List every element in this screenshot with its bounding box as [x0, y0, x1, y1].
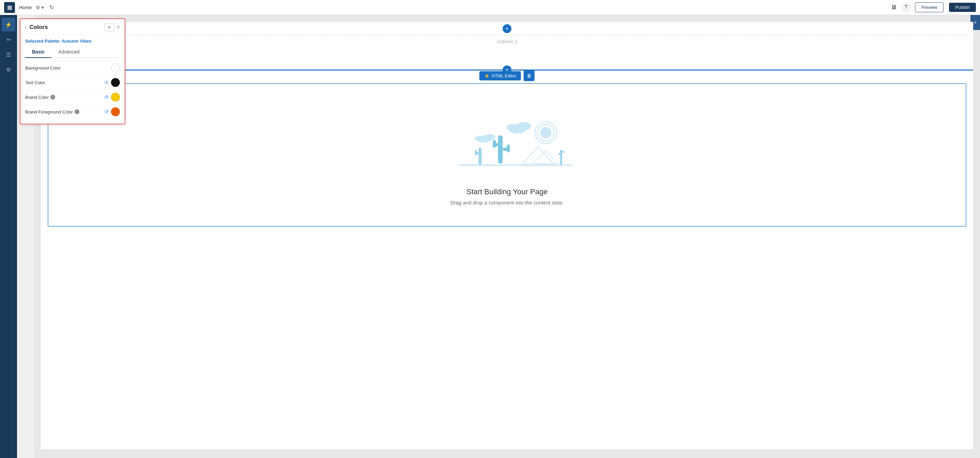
start-building-title: Start Building Your Page [466, 187, 548, 196]
panel-title: Colors [30, 24, 105, 31]
brand-foreground-color-swatch[interactable] [111, 107, 120, 116]
palette-name: Autumn Vibes [62, 38, 92, 44]
app-logo: ▦ [4, 2, 15, 13]
brand-foreground-color-reset[interactable]: ↺ [104, 109, 108, 115]
sidebar-icons: ⚡ ✏ ☰ ⚙ [0, 15, 17, 458]
tab-basic[interactable]: Basic [25, 46, 51, 58]
svg-point-4 [517, 122, 531, 130]
svg-rect-19 [562, 151, 564, 153]
refresh-button[interactable]: ↻ [49, 4, 54, 11]
chevron-down-icon: ▾ [108, 25, 110, 30]
tab-advanced[interactable]: Advanced [51, 46, 86, 58]
brand-color-label: Brand Color i [25, 95, 104, 100]
sidebar-item-lightning[interactable]: ⚡ [2, 18, 15, 31]
svg-rect-13 [507, 145, 510, 152]
start-building-subtitle: Drag and drop a component into the conte… [450, 200, 564, 206]
brand-color-swatch[interactable] [111, 93, 120, 102]
plus-icon: + [505, 26, 508, 32]
back-button[interactable]: ‹ [25, 24, 27, 30]
svg-point-2 [540, 127, 551, 138]
text-color-label: Text Color [25, 80, 104, 85]
svg-point-7 [484, 134, 495, 140]
brand-color-row: Brand Color i ↺ [25, 90, 120, 105]
html-editor-button[interactable]: ⚡ HTML Editor [479, 71, 521, 80]
menu-icon: ☰ [6, 51, 11, 58]
palette-info: Selected Palette: Autumn Vibes [21, 35, 125, 46]
chevron-down-icon: ▾ [41, 5, 44, 10]
svg-point-8 [475, 136, 484, 141]
svg-rect-16 [475, 150, 477, 155]
gear-button[interactable]: ⚙ ▾ [36, 5, 44, 10]
svg-rect-11 [493, 140, 496, 148]
pencil-icon: ✏ [6, 37, 11, 43]
html-editor-label: HTML Editor [492, 73, 516, 78]
brand-color-actions: ↺ [104, 93, 120, 102]
canvas-inner: + Column 1 + ⚡ HTML Editor 🗑 [41, 22, 973, 449]
text-color-reset[interactable]: ↺ [104, 80, 108, 85]
preview-button[interactable]: Preview [915, 2, 943, 12]
panel-close-button[interactable]: × [117, 24, 120, 30]
canvas-top-bar: + [41, 22, 973, 35]
gear-icon: ⚙ [36, 5, 40, 10]
text-color-row: Text Color ↺ [25, 75, 120, 90]
palette-label: Selected Palette: [25, 38, 60, 44]
panel-dropdown-button[interactable]: ▾ [105, 23, 114, 31]
sidebar-item-pencil[interactable]: ✏ [2, 33, 15, 46]
topbar-right: 🖥 ? Preview Publish [891, 2, 976, 12]
desert-illustration [442, 104, 572, 179]
background-color-label: Background Color [25, 65, 111, 70]
brand-foreground-color-label: Brand Foreground Color i [25, 109, 104, 115]
lightning-icon: ⚡ [5, 21, 12, 28]
html-editor-bar: ⚡ HTML Editor 🗑 [479, 70, 535, 81]
svg-marker-20 [523, 147, 554, 164]
background-color-row: Background Color [25, 61, 120, 75]
svg-point-5 [506, 124, 518, 131]
brand-color-info-icon[interactable]: i [50, 95, 55, 99]
background-color-swatch[interactable] [111, 63, 120, 72]
text-color-actions: ↺ [104, 78, 120, 87]
brand-foreground-color-info-icon[interactable]: i [75, 109, 80, 114]
svg-rect-18 [558, 153, 560, 155]
colors-panel: ‹ Colors ▾ × Selected Palette: Autumn Vi… [20, 18, 125, 124]
publish-button[interactable]: Publish [949, 3, 976, 12]
add-section-top-button[interactable]: + [503, 24, 511, 33]
canvas-area: × + Column 1 + ⚡ HTML Editor [34, 15, 980, 458]
lightning-icon-btn: ⚡ [484, 73, 490, 78]
svg-rect-17 [560, 150, 562, 165]
brand-color-reset[interactable]: ↺ [104, 94, 108, 100]
monitor-icon[interactable]: 🖥 [891, 4, 897, 11]
main-layout: ⚡ ✏ ☰ ⚙ ‹ Colors ▾ × Selected Palette: A… [0, 15, 980, 458]
svg-rect-9 [498, 135, 503, 164]
sidebar-item-gear[interactable]: ⚙ [2, 63, 15, 76]
delete-button[interactable]: 🗑 [524, 70, 535, 81]
brand-foreground-color-row: Brand Foreground Color i ↺ [25, 105, 120, 119]
svg-marker-21 [533, 151, 559, 164]
trash-icon: 🗑 [527, 73, 531, 78]
background-color-actions [111, 63, 120, 72]
color-rows: Background Color Text Color ↺ Br [21, 58, 125, 124]
panel-tabs: Basic Advanced [25, 46, 120, 58]
help-icon[interactable]: ? [902, 4, 910, 11]
topbar: ▦ Home ⚙ ▾ ↻ 🖥 ? Preview Publish [0, 0, 980, 15]
sidebar-item-menu[interactable]: ☰ [2, 48, 15, 61]
text-color-swatch[interactable] [111, 78, 120, 87]
panel-header: ‹ Colors ▾ × [21, 19, 125, 35]
logo-icon: ▦ [7, 4, 12, 11]
column-label: Column 1 [497, 39, 517, 44]
svg-rect-14 [479, 148, 482, 164]
brand-foreground-color-actions: ↺ [104, 107, 120, 116]
content-box: Start Building Your Page Drag and drop a… [48, 83, 966, 227]
page-title: Home [19, 5, 32, 10]
settings-icon: ⚙ [6, 67, 11, 73]
